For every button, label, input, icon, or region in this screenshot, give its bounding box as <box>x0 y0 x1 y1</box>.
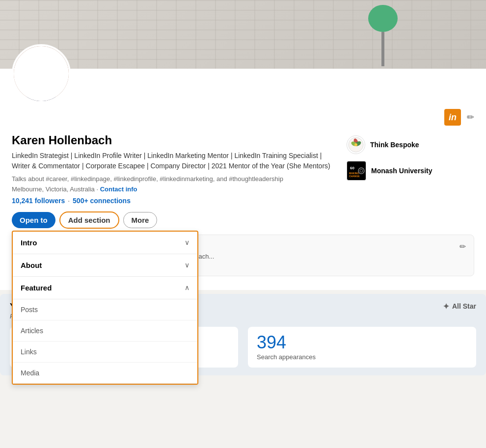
profile-location: Melbourne, Victoria, Australia · Contact… <box>12 185 335 193</box>
monash-name: Monash University <box>371 167 432 175</box>
cover-photo <box>0 0 486 69</box>
dropdown-about-header[interactable]: About ∨ <box>13 254 197 277</box>
dropdown-media-item[interactable]: Media <box>13 363 197 383</box>
svg-text:60: 60 <box>350 166 354 170</box>
profile-action-buttons: Open to Add section More Intro ∨ About ∨ <box>12 211 335 229</box>
star-icon: ✦ <box>443 302 449 311</box>
all-star-label: All Star <box>452 302 476 310</box>
svg-point-14 <box>354 143 357 146</box>
add-section-button[interactable]: Add section <box>59 211 119 229</box>
all-star-badge: ✦ All Star <box>443 302 476 311</box>
profile-info-left: Karen Hollenbach LinkedIn Strategist | L… <box>12 133 335 229</box>
connections-link[interactable]: 500+ connections <box>73 197 131 205</box>
dropdown-featured-label: Featured <box>21 284 52 292</box>
search-appearances-number: 394 <box>257 334 467 351</box>
more-button[interactable]: More <box>123 212 158 228</box>
dropdown-about-label: About <box>21 261 42 269</box>
dropdown-featured-header[interactable]: Featured ∧ <box>13 277 197 299</box>
company-think-bespoke[interactable]: Think Bespoke <box>347 135 474 154</box>
profile-headline: LinkedIn Strategist | LinkedIn Profile W… <box>12 151 335 171</box>
open-to-button[interactable]: Open to <box>12 212 55 228</box>
dropdown-links-item[interactable]: Links <box>13 342 197 363</box>
company-monash[interactable]: 60 MAKING CHANGE Monash University <box>347 161 474 181</box>
search-appearances-label: Search appearances <box>257 353 467 361</box>
dropdown-intro-label: Intro <box>21 238 37 247</box>
linkedin-icon[interactable]: in <box>444 109 461 126</box>
featured-chevron-icon: ∧ <box>185 284 189 291</box>
monash-logo: 60 MAKING CHANGE <box>347 161 366 181</box>
dropdown-intro-header[interactable]: Intro ∨ <box>13 232 197 254</box>
followers-link[interactable]: 10,241 followers <box>12 197 65 205</box>
svg-text:CHANGE: CHANGE <box>349 175 360 178</box>
add-section-dropdown: Intro ∨ About ∨ Featured ∧ Pos <box>12 231 198 385</box>
dropdown-posts-item[interactable]: Posts <box>13 299 197 320</box>
edit-icon[interactable]: ✏ <box>467 112 474 123</box>
profile-top-actions: in ✏ <box>12 103 474 130</box>
profile-companies: Think Bespoke 60 MAKING CHANGE <box>347 133 474 229</box>
dropdown-featured-section: Featured ∧ Posts Articles Links Media <box>13 277 197 384</box>
avatar <box>12 44 71 103</box>
intro-chevron-icon: ∨ <box>185 238 189 246</box>
about-chevron-icon: ∨ <box>185 261 189 269</box>
dropdown-articles-item[interactable]: Articles <box>13 320 197 342</box>
tree-decoration <box>368 5 398 66</box>
profile-name: Karen Hollenbach <box>12 133 335 148</box>
search-appearances-card[interactable]: 394 Search appearances <box>248 327 476 368</box>
profile-topics: Talks about #career, #linkedinpage, #lin… <box>12 175 335 183</box>
profile-stats: 10,241 followers · 500+ connections <box>12 197 335 205</box>
think-bespoke-logo <box>347 135 365 154</box>
services-edit-icon[interactable]: ✏ <box>459 242 466 251</box>
think-bespoke-name: Think Bespoke <box>370 141 419 149</box>
contact-info-link[interactable]: Contact info <box>100 185 137 193</box>
profile-card: in ✏ Karen Hollenbach LinkedIn Strategis… <box>0 69 486 290</box>
